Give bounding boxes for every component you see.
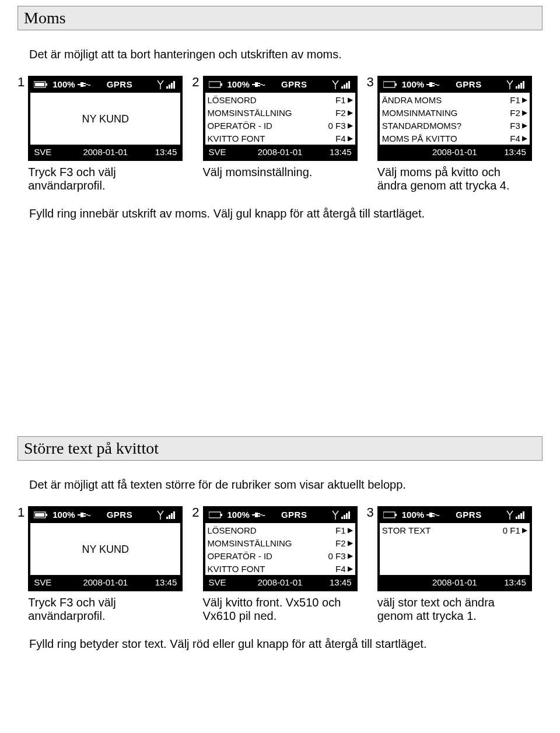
footer-lang: SVE bbox=[34, 577, 82, 587]
battery-icon bbox=[209, 81, 223, 88]
svg-rect-10 bbox=[173, 81, 175, 89]
battery-icon bbox=[34, 81, 48, 88]
footer-time: 13:45 bbox=[478, 147, 526, 157]
svg-rect-55 bbox=[429, 513, 432, 517]
note-text-1: Fylld ring innebär utskrift av moms. Väl… bbox=[29, 207, 531, 220]
chevron-right-icon: ▶ bbox=[522, 108, 527, 117]
svg-rect-54 bbox=[426, 514, 429, 515]
svg-rect-41 bbox=[173, 511, 175, 519]
svg-rect-59 bbox=[518, 515, 520, 519]
svg-rect-25 bbox=[432, 83, 435, 84]
chevron-right-icon: ▶ bbox=[348, 96, 353, 104]
menu-row: STOR TEXT0 F1▶ bbox=[380, 524, 530, 536]
menu-row: LÖSENORDF1▶ bbox=[205, 93, 355, 106]
menu-row: MOMSINSTÄLLNINGF2▶ bbox=[205, 106, 355, 119]
screens-row-1: 1 100% GPRS bbox=[18, 76, 542, 192]
svg-rect-38 bbox=[166, 517, 168, 519]
svg-rect-4 bbox=[80, 82, 83, 87]
plug-icon bbox=[426, 511, 439, 518]
svg-rect-17 bbox=[341, 86, 343, 89]
svg-rect-35 bbox=[80, 513, 83, 517]
plug-icon bbox=[426, 81, 439, 88]
svg-rect-32 bbox=[35, 513, 44, 517]
antenna-icon bbox=[332, 510, 339, 520]
battery-pct: 100% bbox=[402, 79, 424, 89]
signal-icon bbox=[341, 80, 352, 89]
step-number: 3 bbox=[367, 76, 374, 89]
svg-rect-49 bbox=[344, 515, 345, 519]
network-label: GPRS bbox=[456, 510, 482, 520]
footer-date: 2008-01-01 bbox=[430, 147, 478, 157]
battery-pct: 100% bbox=[52, 510, 75, 520]
screen-caption: Välj momsinställning. bbox=[203, 166, 358, 179]
footer-date: 2008-01-01 bbox=[82, 147, 130, 157]
device-screen-2-1: 100% GPRS NY KUND SVE 2008-01-01 13:45 bbox=[28, 506, 183, 591]
footer-date: 2008-01-01 bbox=[82, 577, 130, 587]
footer-lang: SVE bbox=[34, 147, 82, 157]
svg-rect-24 bbox=[429, 82, 432, 87]
network-label: GPRS bbox=[281, 79, 307, 89]
chevron-right-icon: ▶ bbox=[348, 552, 353, 560]
chevron-right-icon: ▶ bbox=[348, 526, 353, 534]
svg-rect-34 bbox=[78, 514, 80, 515]
signal-icon bbox=[516, 80, 526, 89]
svg-rect-56 bbox=[432, 513, 435, 514]
svg-rect-61 bbox=[523, 511, 524, 519]
intro-text-2: Det är möjligt att få texten större för … bbox=[29, 478, 531, 492]
plug-icon bbox=[78, 511, 90, 518]
footer-time: 13:45 bbox=[304, 147, 352, 157]
svg-rect-7 bbox=[166, 86, 168, 89]
svg-rect-29 bbox=[520, 83, 522, 89]
svg-rect-48 bbox=[341, 517, 343, 519]
signal-icon bbox=[516, 511, 526, 519]
svg-rect-5 bbox=[83, 83, 86, 84]
battery-icon bbox=[209, 511, 223, 518]
svg-rect-51 bbox=[348, 511, 350, 519]
svg-rect-23 bbox=[426, 84, 429, 85]
svg-rect-36 bbox=[83, 513, 86, 514]
svg-rect-14 bbox=[255, 82, 258, 87]
device-screen-2-3: 100% GPRS STOR TEXT0 F1▶ 2008-01-01 13:4… bbox=[377, 506, 532, 591]
svg-rect-21 bbox=[383, 82, 395, 87]
svg-rect-52 bbox=[383, 512, 395, 518]
footer-lang: SVE bbox=[209, 147, 257, 157]
network-label: GPRS bbox=[107, 510, 133, 520]
chevron-right-icon: ▶ bbox=[348, 564, 353, 573]
antenna-icon bbox=[506, 80, 513, 89]
battery-icon bbox=[383, 511, 397, 518]
menu-row: LÖSENORDF1▶ bbox=[205, 524, 355, 536]
svg-rect-47 bbox=[258, 515, 260, 517]
menu-row: OPERATÖR - ID0 F3▶ bbox=[205, 119, 355, 132]
menu-row: MOMSINMATNINGF2▶ bbox=[380, 106, 530, 119]
menu-row: STANDARDMOMS?F3▶ bbox=[380, 119, 530, 132]
menu-row: MOMSINSTÄLLNINGF2▶ bbox=[205, 536, 355, 549]
screen-caption: Välj kvitto front. Vx510 och Vx610 pil n… bbox=[203, 596, 358, 623]
svg-rect-37 bbox=[83, 515, 86, 517]
step-number: 2 bbox=[192, 76, 199, 89]
svg-rect-53 bbox=[395, 514, 397, 516]
svg-rect-19 bbox=[346, 83, 348, 89]
svg-rect-11 bbox=[209, 82, 220, 87]
svg-rect-58 bbox=[516, 517, 517, 519]
device-screen-1-1: 100% GPRS NY KUND bbox=[28, 76, 183, 161]
device-screen-1-3: 100% GPRS ÄNDRA MOMSF1▶ MOMSINMATNINGF2▶… bbox=[377, 76, 532, 161]
network-label: GPRS bbox=[281, 510, 307, 520]
chevron-right-icon: ▶ bbox=[348, 108, 353, 117]
antenna-icon bbox=[506, 510, 513, 520]
screens-row-2: 1 100% GPRS NY KUND SVE bbox=[18, 506, 542, 623]
menu-row: KVITTO FONTF4▶ bbox=[205, 562, 355, 575]
chevron-right-icon: ▶ bbox=[348, 134, 353, 142]
plug-icon bbox=[252, 511, 265, 518]
screen-body-label: NY KUND bbox=[30, 93, 180, 145]
svg-rect-50 bbox=[346, 513, 348, 519]
svg-rect-39 bbox=[169, 515, 170, 519]
svg-rect-45 bbox=[255, 513, 258, 517]
menu-row: MOMS PÅ KVITTOF4▶ bbox=[380, 132, 530, 145]
chevron-right-icon: ▶ bbox=[522, 96, 527, 104]
svg-rect-26 bbox=[432, 85, 435, 86]
footer-time: 13:45 bbox=[478, 577, 526, 587]
svg-rect-12 bbox=[220, 83, 222, 86]
svg-rect-3 bbox=[78, 84, 80, 85]
battery-icon bbox=[34, 511, 48, 518]
svg-rect-57 bbox=[432, 515, 435, 517]
